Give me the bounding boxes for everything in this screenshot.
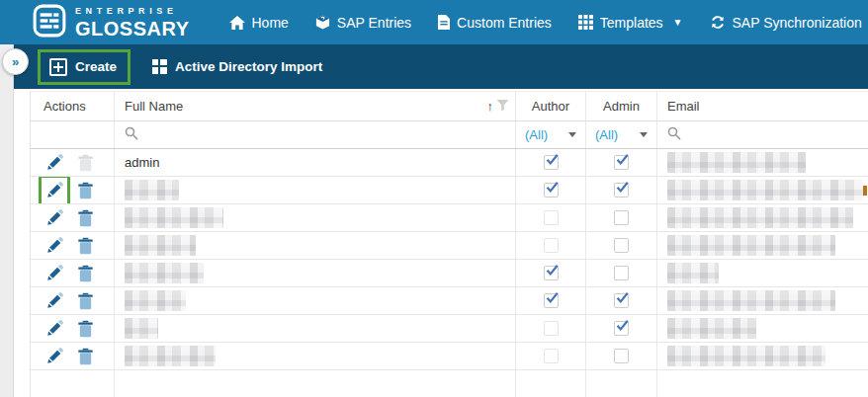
redacted-email <box>667 235 835 256</box>
sidebar-expand-button[interactable]: » <box>2 48 29 75</box>
column-header-full-name[interactable]: Full Name ↑ <box>115 92 516 120</box>
delete-button[interactable] <box>74 290 96 312</box>
author-checkbox[interactable] <box>544 183 559 198</box>
table-header-row: Actions Full Name ↑ Author Admin Email <box>31 92 868 121</box>
active-directory-import-button[interactable]: Active Directory Import <box>152 59 322 74</box>
author-cell <box>516 315 586 342</box>
email-cell <box>657 260 868 286</box>
column-header-author[interactable]: Author <box>516 92 586 120</box>
delete-button[interactable] <box>74 235 96 257</box>
nav-item-sap-entries[interactable]: SAP Entries <box>315 15 411 31</box>
author-filter-cell: (All) <box>516 121 586 148</box>
email-cell <box>657 287 868 314</box>
redacted-email <box>667 346 825 366</box>
table-row <box>31 287 868 315</box>
table-row <box>31 260 868 287</box>
admin-checkbox[interactable] <box>614 238 629 253</box>
edit-button[interactable] <box>43 318 65 340</box>
author-checkbox[interactable] <box>544 155 559 170</box>
nav-label: SAP Entries <box>337 15 411 31</box>
email-cell <box>657 315 868 342</box>
admin-checkbox[interactable] <box>614 210 629 225</box>
edit-button[interactable] <box>43 152 65 174</box>
column-header-admin[interactable]: Admin <box>586 92 657 120</box>
logo-line2: GLOSSARY <box>75 19 190 39</box>
sync-icon <box>710 15 726 30</box>
logo-text: ENTERPRISE GLOSSARY <box>75 7 190 39</box>
plus-icon <box>49 58 67 76</box>
dropdown-caret-icon <box>640 132 648 137</box>
actions-cell <box>31 204 115 231</box>
admin-checkbox[interactable] <box>614 349 629 363</box>
delete-button[interactable] <box>74 207 96 229</box>
full-name-cell <box>115 232 516 259</box>
search-icon <box>125 126 138 143</box>
author-checkbox[interactable] <box>544 293 559 308</box>
author-checkbox[interactable] <box>544 321 559 336</box>
email-filter-input[interactable] <box>657 121 868 148</box>
admin-cell <box>586 149 657 176</box>
full-name-cell <box>115 204 516 231</box>
delete-button[interactable] <box>74 318 96 340</box>
author-checkbox[interactable] <box>544 266 559 280</box>
admin-filter-cell: (All) <box>586 121 657 148</box>
actions-filter-cell <box>31 121 115 148</box>
admin-cell <box>586 287 657 314</box>
admin-checkbox[interactable] <box>614 266 629 280</box>
redacted-email <box>667 180 863 200</box>
admin-checkbox[interactable] <box>614 293 629 308</box>
table-row <box>31 343 868 370</box>
edit-button[interactable] <box>43 290 65 312</box>
top-navbar: ENTERPRISE GLOSSARY Home SAP E <box>0 0 868 44</box>
author-checkbox[interactable] <box>544 238 559 253</box>
author-filter-dropdown[interactable]: (All) <box>516 127 585 142</box>
redacted-email <box>667 318 756 339</box>
edit-button[interactable] <box>43 207 65 229</box>
table-row: admin <box>31 149 868 177</box>
logo-line1: ENTERPRISE <box>75 7 190 16</box>
app-logo[interactable]: ENTERPRISE GLOSSARY <box>33 4 190 41</box>
create-button[interactable]: Create <box>38 49 130 85</box>
redacted-full-name <box>125 263 204 283</box>
chevron-down-icon: ▼ <box>673 18 683 28</box>
nav-item-home[interactable]: Home <box>229 15 289 31</box>
windows-icon <box>152 59 167 74</box>
full-name-filter-input[interactable] <box>115 121 516 148</box>
edit-button[interactable] <box>43 235 65 257</box>
author-cell <box>516 204 586 231</box>
email-cell <box>657 204 868 231</box>
delete-button[interactable] <box>74 263 96 284</box>
double-chevron-right-icon: » <box>12 54 19 69</box>
admin-checkbox[interactable] <box>614 183 629 198</box>
edit-button[interactable] <box>43 263 65 284</box>
redacted-full-name <box>125 346 216 366</box>
edit-button[interactable] <box>43 346 65 367</box>
nav-label: Home <box>252 15 289 31</box>
delete-button[interactable] <box>74 180 96 201</box>
admin-checkbox[interactable] <box>614 321 629 336</box>
author-cell <box>516 287 586 314</box>
delete-button <box>74 152 96 174</box>
column-header-email[interactable]: Email <box>657 92 868 120</box>
full-name-cell <box>115 287 516 314</box>
filter-funnel-icon[interactable] <box>496 99 509 115</box>
dropdown-caret-icon <box>568 132 576 137</box>
nav-item-custom-entries[interactable]: Custom Entries <box>438 15 552 31</box>
redacted-email <box>667 290 835 311</box>
redacted-full-name <box>125 318 158 339</box>
full-name-cell <box>115 343 516 369</box>
actions-cell <box>31 343 115 369</box>
admin-cell <box>586 343 657 369</box>
redacted-full-name <box>125 290 186 311</box>
nav-label: Templates <box>600 15 663 31</box>
author-checkbox[interactable] <box>544 210 559 225</box>
author-checkbox[interactable] <box>544 349 559 363</box>
table-row <box>31 315 868 343</box>
nav-item-templates[interactable]: Templates ▼ <box>578 15 683 31</box>
admin-checkbox[interactable] <box>614 155 629 170</box>
admin-cell <box>586 315 657 342</box>
row-2-edit-button[interactable] <box>43 180 65 201</box>
admin-filter-dropdown[interactable]: (All) <box>586 127 656 142</box>
nav-item-sap-synchronization[interactable]: SAP Synchronization ▼ <box>710 15 868 31</box>
delete-button[interactable] <box>74 346 96 367</box>
